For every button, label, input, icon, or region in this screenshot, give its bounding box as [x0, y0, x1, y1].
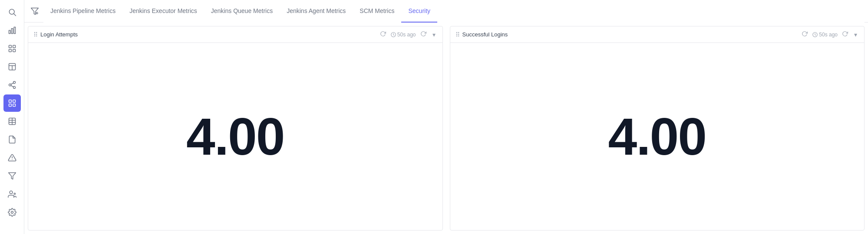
sidebar-item-grid[interactable] — [3, 94, 21, 112]
drag-handle-right[interactable]: ⠿ — [455, 31, 460, 38]
tab-security[interactable]: Security — [401, 0, 437, 23]
reload-icon-left[interactable] — [419, 30, 428, 39]
document-icon — [8, 135, 17, 144]
svg-marker-27 — [8, 173, 16, 179]
svg-rect-2 — [9, 30, 10, 34]
successful-logins-body: 4.00 — [450, 43, 865, 230]
successful-logins-panel: ⠿ Successful Logins 50s ago — [450, 26, 865, 231]
refresh-icon-right[interactable] — [800, 30, 809, 39]
tab-scm[interactable]: SCM Metrics — [353, 0, 401, 23]
login-attempts-title: Login Attempts — [40, 31, 78, 38]
successful-logins-header: ⠿ Successful Logins 50s ago — [450, 26, 865, 43]
login-attempts-title-group: ⠿ Login Attempts — [33, 31, 78, 38]
login-attempts-controls: 50s ago ▾ — [378, 30, 437, 39]
panel-menu-right[interactable]: ▾ — [852, 30, 859, 39]
successful-logins-controls: 50s ago ▾ — [800, 30, 859, 39]
reload-icon-right[interactable] — [840, 30, 850, 39]
login-attempts-header: ⠿ Login Attempts 50s ago — [28, 26, 442, 43]
tab-queue[interactable]: Jenkins Queue Metrics — [204, 0, 280, 23]
svg-line-1 — [13, 14, 16, 16]
refresh-icon-left[interactable] — [378, 30, 388, 39]
sidebar-item-table[interactable] — [3, 113, 21, 130]
svg-line-16 — [11, 83, 13, 84]
sidebar-item-share[interactable] — [3, 76, 21, 94]
tab-executor[interactable]: Jenkins Executor Metrics — [122, 0, 204, 23]
search-icon — [8, 8, 17, 16]
layout-icon — [8, 62, 17, 71]
svg-line-15 — [11, 85, 13, 87]
login-attempts-body: 4.00 — [28, 43, 442, 230]
svg-point-28 — [10, 191, 13, 194]
svg-rect-5 — [9, 46, 11, 48]
sidebar-item-users-gear[interactable] — [3, 185, 21, 203]
dashboard-grid-icon — [8, 44, 17, 53]
panel-menu-left[interactable]: ▾ — [431, 30, 437, 39]
share-icon — [8, 81, 17, 89]
svg-marker-31 — [31, 8, 39, 14]
svg-point-30 — [11, 211, 13, 214]
svg-rect-18 — [13, 100, 15, 103]
sidebar-item-filter[interactable] — [3, 167, 21, 185]
panels-container: ⠿ Login Attempts 50s ago — [24, 23, 868, 234]
sidebar-item-dashboard-grid[interactable] — [3, 40, 21, 57]
svg-rect-4 — [14, 27, 15, 34]
sidebar-item-layout[interactable] — [3, 58, 21, 75]
timestamp-value-left: 50s ago — [397, 32, 416, 38]
successful-logins-title-group: ⠿ Successful Logins — [455, 31, 508, 38]
filter-icon — [8, 172, 17, 180]
filter-add-icon — [30, 7, 39, 16]
svg-rect-19 — [9, 104, 11, 107]
svg-rect-20 — [13, 104, 15, 107]
tab-pipeline[interactable]: Jenkins Pipeline Metrics — [43, 0, 122, 23]
clock-icon-left — [390, 32, 396, 38]
sidebar-item-bar-chart[interactable] — [3, 22, 21, 39]
sidebar-item-alert[interactable] — [3, 149, 21, 166]
clock-icon-right — [812, 32, 818, 38]
timestamp-left: 50s ago — [390, 32, 416, 38]
sidebar — [0, 0, 24, 234]
drag-handle-left[interactable]: ⠿ — [33, 31, 38, 38]
sidebar-item-search[interactable] — [3, 3, 21, 21]
timestamp-right: 50s ago — [812, 32, 838, 38]
settings-icon — [8, 208, 17, 217]
main-content: Jenkins Pipeline Metrics Jenkins Executo… — [24, 0, 868, 234]
svg-rect-17 — [9, 100, 11, 103]
login-attempts-panel: ⠿ Login Attempts 50s ago — [28, 26, 443, 231]
svg-rect-6 — [13, 46, 15, 48]
sidebar-item-document[interactable] — [3, 131, 21, 148]
alert-icon — [8, 153, 17, 162]
successful-logins-title: Successful Logins — [462, 31, 508, 38]
sidebar-item-settings[interactable] — [3, 204, 21, 221]
users-gear-icon — [8, 190, 17, 198]
successful-logins-value: 4.00 — [608, 107, 706, 166]
svg-rect-3 — [11, 29, 13, 34]
grid-icon — [8, 99, 17, 107]
login-attempts-value: 4.00 — [186, 107, 284, 166]
table-icon — [8, 117, 17, 126]
svg-rect-8 — [13, 49, 15, 52]
svg-rect-7 — [9, 49, 11, 52]
bar-chart-icon — [8, 26, 17, 35]
tab-agent[interactable]: Jenkins Agent Metrics — [280, 0, 353, 23]
svg-point-29 — [14, 193, 15, 195]
timestamp-value-right: 50s ago — [819, 32, 838, 38]
tab-bar: Jenkins Pipeline Metrics Jenkins Executo… — [43, 0, 865, 23]
add-filter-button[interactable] — [28, 4, 42, 18]
